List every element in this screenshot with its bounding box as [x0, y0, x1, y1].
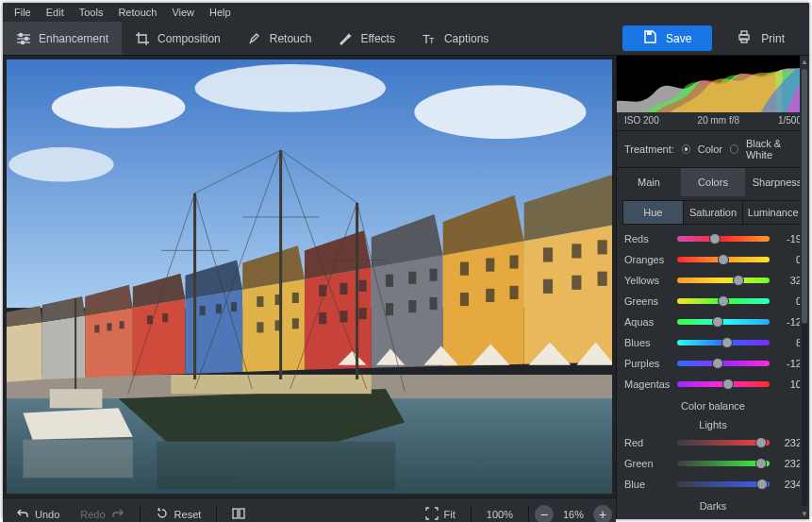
undo-icon [16, 507, 29, 522]
slider-thumb[interactable] [709, 233, 721, 244]
radio-bw-label: Black & White [746, 138, 802, 160]
redo-icon [111, 507, 124, 522]
tab-retouch[interactable]: Retouch [234, 22, 325, 55]
panel-scrollbar[interactable]: ▲ ▼ [800, 56, 809, 519]
compare-button[interactable] [223, 502, 255, 522]
sliders-icon [16, 31, 31, 46]
tab-captions[interactable]: TT Captions [408, 22, 502, 55]
slider-track[interactable] [677, 481, 770, 487]
save-label: Save [666, 32, 691, 45]
scrollbar-thumb[interactable] [802, 69, 807, 324]
scroll-down-icon[interactable]: ▼ [800, 508, 809, 519]
svg-rect-98 [50, 389, 103, 408]
redo-button[interactable]: Redo [71, 502, 133, 522]
color-subtabs: Hue Saturation Luminance [622, 200, 804, 225]
zoom-value-label: 16% [563, 509, 584, 520]
slider-thumb[interactable] [718, 295, 729, 307]
radio-color-label: Color [698, 143, 722, 155]
slider-track[interactable] [677, 319, 770, 325]
slider-label: Oranges [624, 254, 671, 265]
fit-button[interactable]: Fit [416, 502, 465, 522]
slider-value: 8 [775, 337, 802, 348]
subtab-saturation[interactable]: Saturation [683, 200, 743, 225]
svg-point-13 [52, 86, 186, 128]
slider-label: Blue [624, 479, 671, 490]
slider-thumb[interactable] [718, 254, 729, 265]
treatment-label: Treatment: [624, 143, 674, 155]
svg-rect-61 [598, 240, 607, 254]
svg-rect-54 [408, 272, 416, 284]
svg-rect-47 [257, 296, 263, 307]
slider-thumb[interactable] [755, 437, 767, 448]
reset-button[interactable]: Reset [146, 502, 211, 522]
svg-text:T: T [429, 36, 435, 45]
svg-point-15 [414, 85, 586, 139]
zoom-100-button[interactable]: 100% [477, 502, 522, 522]
slider-row: Yellows32 [624, 270, 802, 291]
slider-track[interactable] [677, 298, 770, 304]
scroll-up-icon[interactable]: ▲ [800, 56, 809, 67]
svg-rect-56 [460, 262, 469, 276]
menu-edit[interactable]: Edit [39, 5, 72, 20]
undo-button[interactable]: Undo [7, 502, 69, 522]
zoom-in-button[interactable]: + [593, 505, 612, 522]
svg-rect-8 [647, 31, 652, 35]
panel-tabs: Main Colors Sharpness [617, 168, 809, 196]
subtab-hue[interactable]: Hue [622, 200, 683, 225]
slider-row: Blue234 [624, 474, 802, 495]
slider-track[interactable] [677, 236, 770, 242]
slider-label: Aquas [624, 316, 671, 328]
fit-icon [425, 507, 439, 522]
slider-thumb[interactable] [722, 379, 734, 390]
save-button[interactable]: Save [622, 25, 712, 51]
svg-rect-66 [340, 311, 347, 322]
svg-rect-60 [572, 244, 581, 258]
slider-value: -12 [775, 316, 802, 328]
radio-color[interactable] [682, 144, 690, 154]
slider-label: Reds [624, 233, 671, 244]
slider-thumb[interactable] [712, 358, 723, 369]
slider-track[interactable] [677, 257, 770, 262]
slider-track[interactable] [677, 340, 770, 345]
tab-captions-label: Captions [444, 32, 489, 45]
undo-label: Undo [35, 509, 59, 520]
slider-track[interactable] [677, 381, 770, 387]
canvas-area[interactable] [3, 56, 616, 497]
menu-bar: File Edit Tools Retouch View Help [3, 3, 809, 22]
panel-tab-colors[interactable]: Colors [681, 168, 745, 196]
slider-label: Greens [624, 295, 671, 307]
slider-thumb[interactable] [755, 458, 767, 469]
svg-rect-55 [430, 269, 438, 281]
slider-value: -19 [775, 233, 802, 244]
slider-track[interactable] [677, 440, 770, 446]
slider-track[interactable] [677, 278, 770, 283]
slider-thumb[interactable] [712, 316, 723, 328]
tab-effects[interactable]: Effects [324, 22, 407, 55]
slider-thumb[interactable] [733, 275, 744, 286]
subtab-luminance[interactable]: Luminance [742, 200, 804, 225]
svg-rect-69 [408, 300, 416, 312]
slider-value: 232 [775, 458, 802, 469]
svg-point-5 [21, 41, 24, 43]
histogram[interactable] [617, 56, 809, 112]
print-button[interactable]: Print [720, 25, 802, 51]
svg-rect-71 [460, 293, 469, 306]
slider-thumb[interactable] [756, 479, 768, 490]
slider-track[interactable] [677, 461, 770, 466]
tab-composition[interactable]: Composition [122, 22, 234, 55]
slider-track[interactable] [677, 361, 770, 366]
zoom-out-button[interactable]: − [535, 505, 554, 522]
radio-bw[interactable] [730, 144, 738, 154]
panel-tab-main[interactable]: Main [617, 168, 681, 196]
menu-retouch[interactable]: Retouch [110, 5, 164, 20]
menu-help[interactable]: Help [202, 5, 239, 20]
slider-thumb[interactable] [721, 337, 733, 348]
menu-file[interactable]: File [7, 5, 39, 20]
menu-view[interactable]: View [164, 5, 202, 20]
meta-lens: 20 mm f/8 [698, 115, 739, 126]
menu-tools[interactable]: Tools [72, 5, 111, 20]
tab-enhancement[interactable]: Enhancement [3, 22, 122, 55]
svg-rect-74 [543, 279, 553, 294]
print-label: Print [761, 32, 785, 45]
meta-iso: ISO 200 [624, 115, 659, 126]
